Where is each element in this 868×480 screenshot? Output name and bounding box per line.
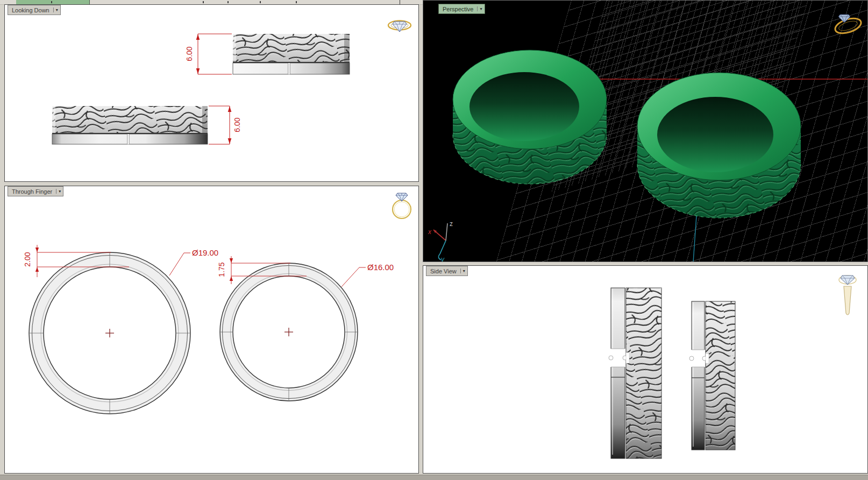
viewport-perspective[interactable]: x z y Perspective ▾ — [423, 0, 868, 262]
chevron-down-icon[interactable]: ▾ — [477, 6, 484, 11]
viewport-tab-looking-down[interactable]: Looking Down ▾ — [8, 5, 61, 15]
dim-ring-b-value[interactable]: 6.00 — [233, 117, 241, 132]
toolbar-remnant-mark — [296, 1, 297, 3]
ring-a-elevation[interactable] — [233, 34, 350, 74]
viewport-tab-through-finger[interactable]: Through Finger ▾ — [8, 186, 63, 196]
status-bar-strip — [0, 475, 868, 480]
axis-label-x: x — [428, 228, 432, 236]
ring-top-view-icon — [388, 21, 411, 32]
viewport-tab-label[interactable]: Looking Down — [8, 7, 53, 13]
dim-band-large-value[interactable]: 2.00 — [23, 252, 32, 266]
toolbar-remnant-mark — [51, 1, 52, 3]
diameter-label-large[interactable]: Ø19.00 — [169, 248, 218, 276]
dimension-ring-b-height[interactable] — [209, 106, 231, 144]
viewport-tab-label[interactable]: Side View — [426, 268, 460, 274]
axis-label-z: z — [450, 220, 453, 228]
ring-3d-left[interactable] — [453, 50, 607, 184]
viewport-looking-down[interactable]: 6.00 6.00 — [4, 4, 419, 182]
dia-small-value[interactable]: Ø16.00 — [367, 263, 394, 272]
ring-large-section[interactable] — [29, 252, 190, 414]
through-finger-canvas[interactable]: 2.00 1.75 Ø19.00 Ø16.00 — [5, 186, 418, 473]
looking-down-canvas[interactable]: 6.00 6.00 — [5, 5, 418, 181]
ring-side-view-icon — [839, 276, 856, 315]
toolbar-remnant-active-tab — [16, 0, 90, 4]
viewport-side-view[interactable]: Side View ▾ — [423, 265, 868, 474]
dim-ring-a-value[interactable]: 6.00 — [185, 46, 194, 61]
ring-front-view-icon — [393, 193, 411, 218]
axis-label-y: y — [440, 256, 445, 262]
side-view-canvas[interactable] — [423, 266, 867, 473]
toolbar-remnant-mark — [227, 1, 229, 3]
toolbar-remnant-mark — [260, 1, 261, 3]
viewport-tab-label[interactable]: Through Finger — [8, 188, 56, 195]
viewport-tab-side-view[interactable]: Side View ▾ — [426, 266, 468, 276]
ring-profile-left[interactable] — [609, 288, 661, 458]
toolbar-remnant-mark — [400, 0, 400, 4]
chevron-down-icon[interactable]: ▾ — [53, 8, 60, 12]
perspective-canvas[interactable]: x z y — [423, 1, 867, 262]
ring-small-section[interactable] — [220, 263, 358, 401]
viewport-through-finger[interactable]: 2.00 1.75 Ø19.00 Ø16.00 — [4, 186, 419, 474]
dia-large-value[interactable]: Ø19.00 — [192, 248, 218, 257]
ring-b-elevation[interactable] — [52, 106, 208, 144]
ring-perspective-icon — [834, 15, 863, 36]
viewport-tab-label[interactable]: Perspective — [439, 6, 477, 12]
chevron-down-icon[interactable]: ▾ — [56, 189, 63, 194]
cad-application-window: 6.00 6.00 — [0, 0, 868, 480]
dim-band-small-value[interactable]: 1.75 — [217, 262, 226, 277]
axis-gizmo: x z y — [428, 220, 453, 262]
ring-profile-right[interactable] — [689, 301, 735, 450]
viewport-tab-perspective[interactable]: Perspective ▾ — [438, 4, 485, 14]
toolbar-remnant-mark — [203, 1, 204, 3]
dimension-ring-a-height[interactable] — [196, 34, 232, 74]
ring-3d-right[interactable] — [637, 73, 801, 218]
chevron-down-icon[interactable]: ▾ — [460, 269, 467, 273]
diameter-label-small[interactable]: Ø16.00 — [341, 263, 394, 287]
